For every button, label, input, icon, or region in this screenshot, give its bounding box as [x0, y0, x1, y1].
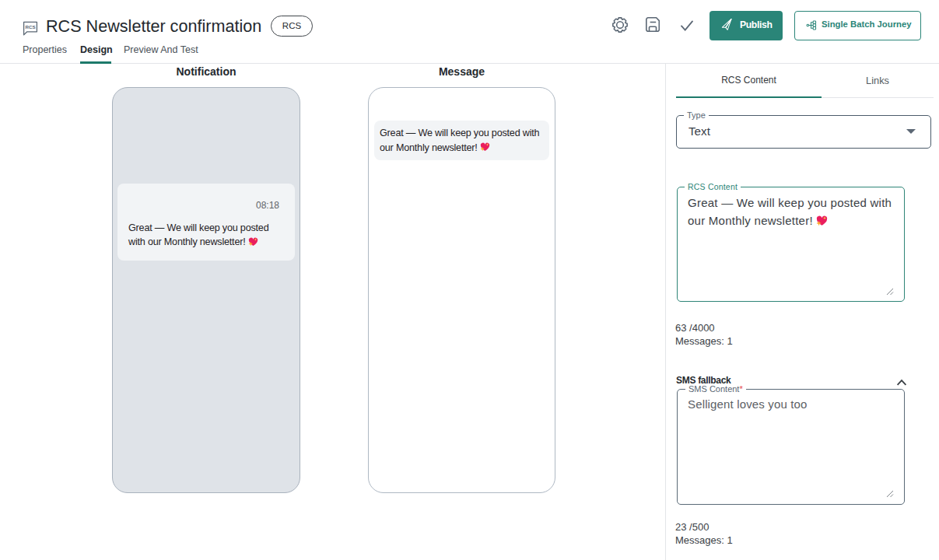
svg-text:RCS: RCS: [26, 24, 36, 30]
